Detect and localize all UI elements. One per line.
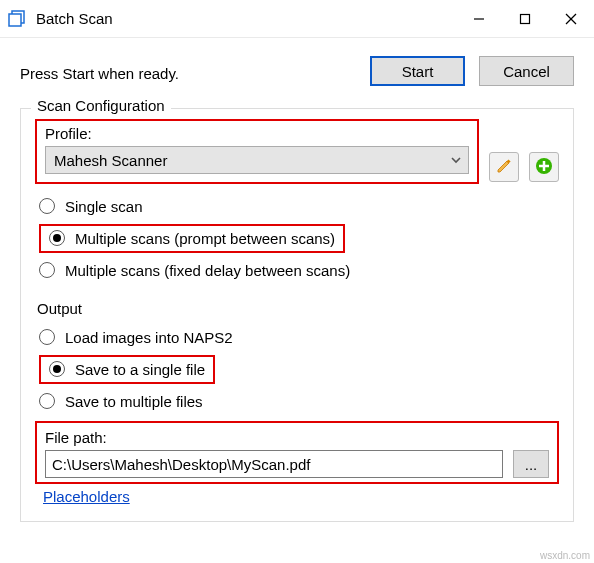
title-bar: Batch Scan	[0, 0, 594, 38]
scan-configuration-group: Scan Configuration Profile: Mahesh Scann…	[20, 108, 574, 522]
output-multi-files-label: Save to multiple files	[65, 393, 203, 410]
filepath-label: File path:	[45, 429, 549, 446]
placeholders-link[interactable]: Placeholders	[43, 488, 130, 505]
minimize-button[interactable]	[456, 0, 502, 38]
window-title: Batch Scan	[34, 10, 456, 27]
scan-mode-multi-delay-label: Multiple scans (fixed delay between scan…	[65, 262, 350, 279]
scan-mode-multi-prompt[interactable]: Multiple scans (prompt between scans)	[35, 222, 559, 254]
close-button[interactable]	[548, 0, 594, 38]
pencil-icon	[495, 157, 513, 178]
svg-rect-3	[521, 14, 530, 23]
profile-dropdown[interactable]: Mahesh Scanner	[45, 146, 469, 174]
radio-icon	[39, 393, 55, 409]
output-load-naps2-label: Load images into NAPS2	[65, 329, 233, 346]
ready-message: Press Start when ready.	[20, 61, 370, 82]
radio-icon	[39, 262, 55, 278]
radio-icon	[39, 329, 55, 345]
chevron-down-icon	[450, 152, 462, 169]
plus-icon	[535, 157, 553, 178]
app-icon	[0, 10, 34, 28]
scan-configuration-legend: Scan Configuration	[31, 97, 171, 114]
browse-button[interactable]: ...	[513, 450, 549, 478]
add-profile-button[interactable]	[529, 152, 559, 182]
profile-label: Profile:	[45, 125, 469, 142]
edit-profile-button[interactable]	[489, 152, 519, 182]
ellipsis-icon: ...	[525, 456, 538, 473]
output-load-naps2[interactable]: Load images into NAPS2	[35, 321, 559, 353]
radio-icon	[39, 198, 55, 214]
top-row: Press Start when ready. Start Cancel	[20, 56, 574, 86]
scan-mode-single-label: Single scan	[65, 198, 143, 215]
maximize-button[interactable]	[502, 0, 548, 38]
start-button[interactable]: Start	[370, 56, 465, 86]
output-single-file-highlight: Save to a single file	[39, 355, 215, 384]
filepath-highlight: File path: ...	[35, 421, 559, 484]
output-multi-files[interactable]: Save to multiple files	[35, 385, 559, 417]
profile-highlight: Profile: Mahesh Scanner	[35, 119, 479, 184]
scan-mode-multi-delay[interactable]: Multiple scans (fixed delay between scan…	[35, 254, 559, 286]
output-single-file[interactable]: Save to a single file	[35, 353, 559, 385]
output-legend: Output	[37, 300, 559, 317]
svg-marker-6	[498, 161, 509, 172]
profile-selected-value: Mahesh Scanner	[54, 152, 167, 169]
radio-icon	[49, 230, 65, 246]
scan-mode-single[interactable]: Single scan	[35, 190, 559, 222]
watermark: wsxdn.com	[540, 550, 590, 561]
cancel-button[interactable]: Cancel	[479, 56, 574, 86]
output-single-file-label: Save to a single file	[75, 361, 205, 378]
svg-rect-1	[9, 14, 21, 26]
scan-mode-multi-prompt-highlight: Multiple scans (prompt between scans)	[39, 224, 345, 253]
radio-icon	[49, 361, 65, 377]
filepath-input[interactable]	[45, 450, 503, 478]
scan-mode-multi-prompt-label: Multiple scans (prompt between scans)	[75, 230, 335, 247]
